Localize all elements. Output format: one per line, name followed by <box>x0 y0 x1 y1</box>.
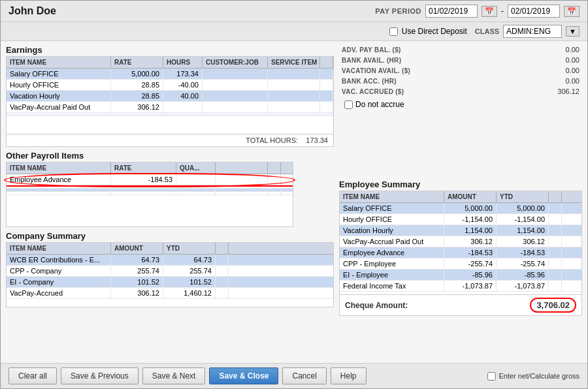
earnings-row[interactable]: Salary OFFICE 5,000.00 173.34 <box>7 69 333 80</box>
summary-row[interactable]: Vacation Hourly 1,154.00 1,154.00 <box>340 225 581 236</box>
earnings-col-hours: HOURS <box>163 57 203 68</box>
company-row[interactable]: CPP - Company 255.74 255.74 <box>7 266 333 277</box>
summary-cell-amount: -1,073.87 <box>444 281 497 291</box>
date-to-input[interactable] <box>508 5 560 18</box>
cancel-button[interactable]: Cancel <box>282 367 326 384</box>
company-summary-title: Company Summary <box>6 231 334 241</box>
do-not-accrue-checkbox[interactable] <box>344 101 353 109</box>
help-button[interactable]: Help <box>331 367 367 384</box>
left-panel: Earnings ITEM NAME RATE HOURS CUSTOMER:J… <box>6 45 334 359</box>
other-col-item: ITEM NAME <box>7 163 111 174</box>
direct-deposit-label: Use Direct Deposit <box>402 27 467 36</box>
summary-col-scroll <box>549 191 562 202</box>
earnings-cell-service <box>268 91 320 101</box>
employee-summary-title: Employee Summary <box>339 179 582 189</box>
right-panel: ADV. PAY BAL. ($) 0.00 BANK AVAIL. (HR) … <box>339 45 582 359</box>
other-col-rate: RATE <box>111 163 176 174</box>
company-row[interactable]: EI - Company 101.52 101.52 <box>7 277 333 288</box>
vac-accrued-label: VAC. ACCRUED ($) <box>342 88 404 95</box>
calendar-from-button[interactable]: 📅 <box>482 6 497 17</box>
earnings-cell-service <box>268 102 320 112</box>
vacation-avail-value: 0.00 <box>547 67 580 74</box>
other-col-qty: QUA... <box>176 163 216 174</box>
vacation-avail-row: VACATION AVAIL. ($) 0.00 <box>339 66 582 75</box>
summary-cell-item: Employee Advance <box>340 247 444 258</box>
summary-row[interactable]: Federal Income Tax -1,073.87 -1,073.87 <box>340 281 581 292</box>
summary-cell-ytd: 306.12 <box>497 236 549 247</box>
earnings-cell-hours: 40.00 <box>163 91 203 101</box>
company-body: WCB ER Contributions - E... 64.73 64.73 … <box>7 255 333 307</box>
earnings-row[interactable]: Vacation Hourly 28.85 40.00 <box>7 91 333 102</box>
company-summary-section: Company Summary ITEM NAME AMOUNT YTD WCB… <box>6 231 334 307</box>
other-cell-extra <box>216 174 268 185</box>
total-hours-value: 173.34 <box>306 136 328 144</box>
summary-row[interactable]: Hourly OFFICE -1,154.00 -1,154.00 <box>340 214 581 225</box>
earnings-row[interactable]: VacPay-Accrual Paid Out 306.12 <box>7 102 333 113</box>
company-cell-ytd: 1,460.12 <box>163 288 216 298</box>
clear-all-button[interactable]: Clear all <box>8 367 57 384</box>
summary-cell-ytd: 5,000.00 <box>497 203 549 213</box>
date-from-input[interactable] <box>425 5 478 18</box>
company-row[interactable]: WCB ER Contributions - E... 64.73 64.73 <box>7 255 333 266</box>
summary-row[interactable]: Employee Advance -184.53 -184.53 <box>340 247 581 258</box>
earnings-cell-extra <box>320 69 333 79</box>
summary-row[interactable]: EI - Employee -85.96 -85.96 <box>340 270 581 281</box>
summary-cell-item: EI - Employee <box>340 270 444 280</box>
earnings-rows: Salary OFFICE 5,000.00 173.34 Hourly OFF… <box>7 69 333 134</box>
company-row[interactable]: VacPay-Accrued 306.12 1,460.12 <box>7 288 333 299</box>
earnings-cell-rate: 28.85 <box>111 91 163 101</box>
cheque-value: 3,706.02 <box>530 298 576 313</box>
direct-deposit-checkbox[interactable] <box>389 27 398 36</box>
earnings-col-service: SERVICE ITEM <box>268 57 320 68</box>
save-previous-button[interactable]: Save & Previous <box>61 367 139 384</box>
earnings-col-rate: RATE <box>111 57 163 68</box>
content-area: Earnings ITEM NAME RATE HOURS CUSTOMER:J… <box>1 41 587 363</box>
earnings-cell-service <box>268 80 320 90</box>
company-header: ITEM NAME AMOUNT YTD <box>7 243 333 255</box>
earnings-cell-hours <box>163 102 203 112</box>
summary-row[interactable]: VacPay-Accrual Paid Out 306.12 306.12 <box>340 236 581 247</box>
company-cell-item: VacPay-Accrued <box>7 288 111 298</box>
bank-avail-label: BANK AVAIL. (HR) <box>342 57 401 64</box>
earnings-cell-customer <box>203 102 268 112</box>
earnings-row[interactable]: Hourly OFFICE 28.85 -40.00 <box>7 80 333 91</box>
calendar-to-button[interactable]: 📅 <box>564 6 580 17</box>
other-payroll-header: ITEM NAME RATE QUA... <box>7 163 293 174</box>
enter-net-label: Enter net/Calculate gross <box>498 372 580 380</box>
summary-grid: ITEM NAME AMOUNT YTD Salary OFFICE 5,000… <box>339 191 582 316</box>
bottom-sections: Other Payroll Items ITEM NAME RATE QUA..… <box>6 151 334 227</box>
direct-deposit-row: Use Direct Deposit <box>389 27 467 36</box>
earnings-row-empty[interactable] <box>7 113 333 116</box>
company-cell-ytd: 64.73 <box>163 255 216 265</box>
save-next-button[interactable]: Save & Next <box>142 367 206 384</box>
company-summary-grid: ITEM NAME AMOUNT YTD WCB ER Contribution… <box>6 242 334 307</box>
other-payroll-rows: Employee Advance -184.53 <box>7 174 293 226</box>
save-close-button[interactable]: Save & Close <box>209 367 278 384</box>
company-col-amount: AMOUNT <box>111 243 163 254</box>
do-not-accrue-row: Do not accrue <box>339 99 582 110</box>
summary-row[interactable]: Salary OFFICE 5,000.00 5,000.00 <box>340 203 581 214</box>
other-payroll-row[interactable]: Employee Advance -184.53 <box>7 174 293 185</box>
other-payroll-grid: ITEM NAME RATE QUA... Employee Advance -… <box>6 162 293 227</box>
other-col-scroll <box>268 163 281 174</box>
earnings-cell-item: Salary OFFICE <box>7 69 111 79</box>
summary-cell-amount: -184.53 <box>444 247 497 258</box>
enter-net-checkbox[interactable] <box>487 372 496 381</box>
company-cell-ytd: 255.74 <box>163 266 216 276</box>
other-payroll-row-empty3[interactable] <box>7 192 293 195</box>
class-dropdown-button[interactable]: ▼ <box>566 26 580 37</box>
summary-row[interactable]: CPP - Employee -255.74 -255.74 <box>340 258 581 270</box>
cheque-row: Cheque Amount: 3,706.02 <box>340 294 581 315</box>
vac-accrued-value: 306.12 <box>547 87 580 95</box>
adv-pay-bal-value: 0.00 <box>547 46 580 54</box>
employee-summary-section: Employee Summary ITEM NAME AMOUNT YTD Sa… <box>339 179 582 359</box>
summary-cell-ytd: -255.74 <box>497 258 549 269</box>
employee-name: John Doe <box>8 5 56 17</box>
other-col-extra <box>216 163 268 174</box>
earnings-section: Earnings ITEM NAME RATE HOURS CUSTOMER:J… <box>6 45 334 147</box>
vac-accrued-row: VAC. ACCRUED ($) 306.12 <box>339 87 582 96</box>
class-input[interactable] <box>503 25 562 38</box>
earnings-cell-customer <box>203 80 268 90</box>
pay-period-section: PAY PERIOD 📅 - 📅 <box>375 5 580 18</box>
earnings-body: Salary OFFICE 5,000.00 173.34 Hourly OFF… <box>7 69 333 134</box>
